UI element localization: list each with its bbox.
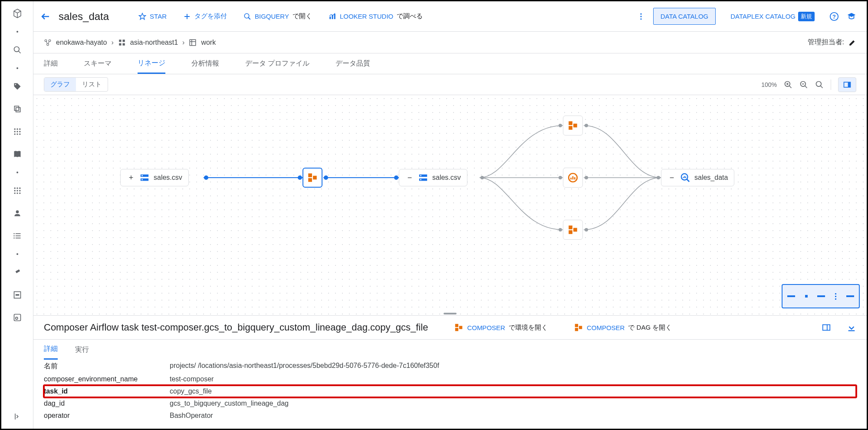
data-catalog-button[interactable]: DATA CATALOG <box>653 8 716 25</box>
project-icon <box>44 39 52 46</box>
svg-rect-3 <box>14 106 19 110</box>
rail-book[interactable] <box>12 149 23 159</box>
svg-rect-50 <box>122 43 125 45</box>
composer-dag-link[interactable]: COMPOSER で DAG を開く <box>574 323 672 332</box>
rail-list[interactable] <box>12 231 23 241</box>
lineage-process[interactable] <box>563 116 583 136</box>
lineage-process[interactable] <box>563 168 583 188</box>
rail-expand[interactable] <box>12 411 23 422</box>
tag-icon <box>13 82 22 91</box>
svg-rect-38 <box>334 14 335 19</box>
tab-profile[interactable]: データ プロファイル <box>245 53 309 74</box>
svg-point-20 <box>14 192 15 194</box>
tab-details[interactable]: 詳細 <box>44 53 58 74</box>
rail-person[interactable] <box>12 208 23 218</box>
svg-rect-36 <box>329 17 331 19</box>
tag-attach-button[interactable]: タグを添付 <box>179 10 231 23</box>
tab-lineage[interactable]: リネージ <box>138 53 165 74</box>
rail-explore[interactable] <box>12 312 23 323</box>
prop-row: operatorBashOperator <box>44 410 856 422</box>
rail-search[interactable] <box>12 45 23 55</box>
svg-line-62 <box>821 86 823 88</box>
bc-dataset[interactable]: work <box>201 39 216 46</box>
expand-icon[interactable]: + <box>127 173 135 182</box>
composer-icon <box>307 172 318 183</box>
tab-schema[interactable]: スキーマ <box>84 53 112 74</box>
lineage-node-intermediate[interactable]: − sales.csv <box>399 169 467 186</box>
svg-line-55 <box>789 86 792 88</box>
svg-point-34 <box>244 13 249 18</box>
bigquery-open-button[interactable]: BIGQUERY で開く <box>239 10 316 23</box>
svg-line-59 <box>805 86 807 88</box>
composer-env-link[interactable]: COMPOSER で環境を開く <box>454 323 548 332</box>
lineage-process-selected[interactable] <box>302 168 322 188</box>
help-button[interactable]: ? <box>829 12 839 21</box>
panel-layout-button[interactable] <box>822 323 831 332</box>
rail-grid[interactable] <box>12 126 23 137</box>
rail-gavel[interactable] <box>12 267 23 278</box>
more-button[interactable] <box>637 12 645 21</box>
svg-point-12 <box>16 133 18 135</box>
back-button[interactable] <box>40 11 51 22</box>
svg-rect-104 <box>575 324 578 327</box>
panel-toggle[interactable] <box>838 77 856 92</box>
svg-point-17 <box>14 190 15 191</box>
svg-rect-101 <box>455 324 458 327</box>
bigquery-process-icon <box>567 172 579 183</box>
svg-point-11 <box>14 133 15 135</box>
prop-val: test-composer <box>170 375 214 383</box>
svg-point-8 <box>14 131 15 132</box>
svg-point-78 <box>585 176 588 179</box>
lineage-node-source[interactable]: + sales.csv <box>120 169 189 186</box>
rail-copy[interactable] <box>12 104 23 114</box>
lineage-process[interactable] <box>563 220 583 240</box>
bc-region[interactable]: asia-northeast1 <box>130 39 178 46</box>
details-tab-runs[interactable]: 実行 <box>75 340 89 360</box>
lineage-node-target[interactable]: − sales_data <box>661 169 734 186</box>
zoom-in[interactable] <box>784 80 792 89</box>
lineage-canvas[interactable]: + sales.csv − sales.csv − <box>33 95 867 315</box>
zoom-level: 100% <box>761 81 777 88</box>
rail-tag[interactable] <box>12 81 23 92</box>
tag-attach-label: タグを添付 <box>194 12 227 20</box>
chevron-right-icon <box>13 412 22 421</box>
collapse-icon[interactable]: − <box>667 173 676 182</box>
collapse-icon[interactable]: − <box>405 173 414 182</box>
bc-project[interactable]: enokawa-hayato <box>56 39 107 46</box>
prop-key: operator <box>44 412 170 420</box>
svg-point-75 <box>559 228 562 232</box>
prop-key: task_id <box>44 387 170 395</box>
details-tab-info[interactable]: 詳細 <box>44 340 58 360</box>
svg-point-7 <box>19 129 20 130</box>
zoom-fit[interactable] <box>815 80 824 89</box>
view-list[interactable]: リスト <box>76 78 108 91</box>
tab-insights[interactable]: 分析情報 <box>191 53 219 74</box>
minimap[interactable] <box>782 284 860 308</box>
grid-icon <box>13 127 22 136</box>
product-logo[interactable] <box>12 8 23 19</box>
svg-point-21 <box>16 192 18 194</box>
panel-collapse-button[interactable] <box>847 323 856 332</box>
rail-grid2[interactable] <box>12 185 23 196</box>
learn-button[interactable] <box>847 12 856 21</box>
zoom-fit-icon <box>815 80 824 89</box>
svg-point-74 <box>559 176 562 179</box>
dataplex-catalog-button[interactable]: DATAPLEX CATALOG 新規 <box>723 7 822 26</box>
svg-rect-97 <box>569 230 572 234</box>
svg-point-6 <box>16 129 18 130</box>
rail-inbox[interactable] <box>12 290 23 300</box>
svg-rect-93 <box>569 126 572 130</box>
panel-resize-handle[interactable] <box>444 313 457 314</box>
tab-quality[interactable]: データ品質 <box>335 53 370 74</box>
svg-point-69 <box>324 175 328 180</box>
prop-row-highlighted: task_idcopy_gcs_file <box>44 385 856 397</box>
svg-point-18 <box>16 190 18 191</box>
explore-icon <box>13 313 22 322</box>
view-graph[interactable]: グラフ <box>44 78 76 91</box>
star-button[interactable]: STAR <box>134 10 171 23</box>
looker-button[interactable]: LOOKER STUDIO で調べる <box>324 10 427 23</box>
edit-icon[interactable] <box>848 39 856 46</box>
prop-row: 名前projects/ /locations/asia-northeast1/p… <box>44 360 856 373</box>
zoom-out[interactable] <box>799 80 808 89</box>
svg-point-19 <box>19 190 20 191</box>
